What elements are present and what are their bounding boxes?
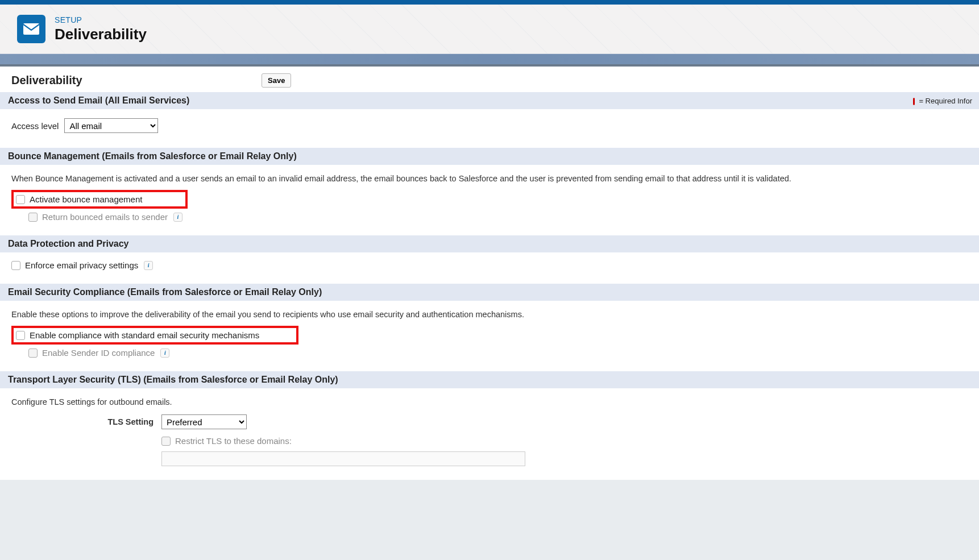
return-bounced-checkbox xyxy=(28,213,38,222)
enable-compliance-highlight: Enable compliance with standard email se… xyxy=(11,326,298,345)
restrict-tls-label: Restrict TLS to these domains: xyxy=(175,436,292,446)
section-title-privacy: Data Protection and Privacy xyxy=(8,239,129,248)
info-icon[interactable]: i xyxy=(173,213,182,222)
info-icon[interactable]: i xyxy=(144,261,153,270)
security-description: Enable these options to improve the deli… xyxy=(11,306,968,325)
activate-bounce-highlight: Activate bounce management xyxy=(11,190,188,209)
section-title-bounce: Bounce Management (Emails from Salesforc… xyxy=(8,151,297,161)
access-level-select[interactable]: All email xyxy=(64,118,158,133)
required-info-note: = Required Infor xyxy=(913,97,972,105)
panel-title: Deliverability xyxy=(11,74,262,87)
activate-bounce-checkbox[interactable] xyxy=(16,195,25,204)
mail-icon xyxy=(17,15,45,43)
info-icon[interactable]: i xyxy=(160,349,169,358)
enforce-privacy-checkbox[interactable] xyxy=(11,261,20,270)
section-title-access: Access to Send Email (All Email Services… xyxy=(8,96,189,105)
tls-setting-select[interactable]: Preferred xyxy=(161,414,247,429)
activate-bounce-label: Activate bounce management xyxy=(30,194,142,204)
page-title: Deliverability xyxy=(55,26,147,43)
access-level-label: Access level xyxy=(11,121,59,131)
enforce-privacy-label: Enforce email privacy settings xyxy=(25,260,138,270)
save-button[interactable]: Save xyxy=(262,73,291,88)
enable-compliance-label: Enable compliance with standard email se… xyxy=(30,330,259,340)
tls-setting-label: TLS Setting xyxy=(102,417,154,426)
section-header-tls: Transport Layer Security (TLS) (Emails f… xyxy=(0,371,979,388)
bounce-description: When Bounce Management is activated and … xyxy=(11,171,968,189)
main-panel: Deliverability Save Access to Send Email… xyxy=(0,64,979,480)
required-indicator-icon xyxy=(913,98,915,105)
section-header-privacy: Data Protection and Privacy xyxy=(0,235,979,252)
section-header-security: Email Security Compliance (Emails from S… xyxy=(0,284,979,301)
svg-rect-0 xyxy=(23,23,39,35)
section-header-bounce: Bounce Management (Emails from Salesforc… xyxy=(0,148,979,165)
enable-compliance-checkbox[interactable] xyxy=(16,331,25,340)
breadcrumb-setup: SETUP xyxy=(55,15,147,24)
decorative-band xyxy=(0,54,979,64)
enable-sender-id-label: Enable Sender ID compliance xyxy=(42,348,155,358)
top-accent-bar xyxy=(0,0,979,5)
panel-top-row: Deliverability Save xyxy=(0,67,979,92)
restrict-tls-checkbox xyxy=(161,437,171,446)
tls-domains-input xyxy=(161,451,525,466)
enable-sender-id-checkbox xyxy=(28,349,38,358)
section-title-security: Email Security Compliance (Emails from S… xyxy=(8,287,322,297)
tls-description: Configure TLS settings for outbound emai… xyxy=(11,394,968,412)
section-title-tls: Transport Layer Security (TLS) (Emails f… xyxy=(8,375,338,384)
return-bounced-label: Return bounced emails to sender xyxy=(42,212,168,222)
page-header: SETUP Deliverability xyxy=(0,5,979,54)
section-header-access: Access to Send Email (All Email Services… xyxy=(0,92,979,109)
